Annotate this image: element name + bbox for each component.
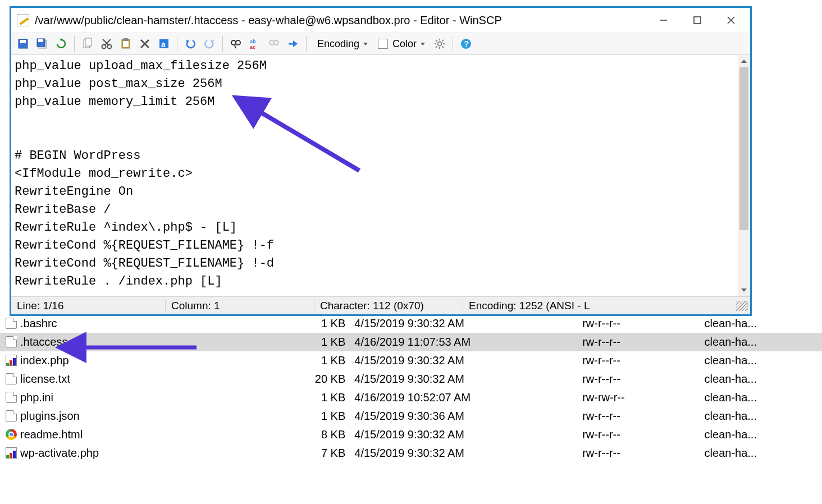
scroll-thumb[interactable] xyxy=(739,67,748,230)
file-icon xyxy=(6,373,17,384)
file-name: license.txt xyxy=(20,373,70,385)
editor-content: php_value upload_max_filesize 256M php_v… xyxy=(11,55,738,296)
file-name: plugins.json xyxy=(20,410,80,422)
file-icon xyxy=(6,410,17,421)
scroll-up-icon[interactable] xyxy=(738,55,750,67)
file-name: php.ini xyxy=(20,391,53,404)
copy-icon[interactable] xyxy=(79,35,96,52)
file-size: 20 KB xyxy=(277,370,350,388)
find-next-icon[interactable] xyxy=(266,35,282,52)
chevron-down-icon xyxy=(421,43,425,45)
table-row[interactable]: readme.html8 KB4/15/2019 9:30:32 AMrw-r-… xyxy=(0,425,822,444)
goto-icon[interactable] xyxy=(285,35,302,52)
svg-text:ac: ac xyxy=(250,44,255,50)
svg-line-25 xyxy=(235,45,236,48)
encoding-dropdown[interactable]: Encoding xyxy=(311,35,372,52)
file-date: 4/16/2019 11:07:53 AM xyxy=(350,333,578,351)
toolbar-separator xyxy=(177,36,177,52)
svg-rect-6 xyxy=(20,40,26,43)
svg-point-24 xyxy=(236,40,240,45)
file-date: 4/16/2019 10:52:07 AM xyxy=(350,388,578,407)
file-permissions: rw-r--r-- xyxy=(578,333,700,351)
svg-text:?: ? xyxy=(464,39,469,48)
save-all-icon[interactable] xyxy=(34,35,51,52)
toolbar: a abac Encoding Color ? xyxy=(11,33,750,55)
svg-point-23 xyxy=(231,40,236,45)
status-character: Character: 112 (0x70) xyxy=(314,300,463,312)
file-name: index.php xyxy=(20,354,69,366)
toolbar-separator xyxy=(222,36,223,52)
file-date: 4/15/2019 9:30:36 AM xyxy=(350,407,578,425)
svg-rect-2 xyxy=(694,17,701,24)
window-title: /var/www/public/clean-hamster/.htaccess … xyxy=(35,14,647,27)
file-name: wp-activate.php xyxy=(20,447,99,459)
scroll-down-icon[interactable] xyxy=(738,284,750,296)
file-permissions: rw-rw-r-- xyxy=(578,388,700,407)
redo-icon[interactable] xyxy=(201,35,218,52)
paste-icon[interactable] xyxy=(117,35,134,52)
table-row[interactable]: .bashrc1 KB4/15/2019 9:30:32 AMrw-r--r--… xyxy=(0,314,822,333)
file-icon xyxy=(6,429,17,440)
close-button[interactable] xyxy=(714,8,748,33)
svg-line-38 xyxy=(436,47,437,48)
file-icon xyxy=(6,318,17,329)
file-date: 4/15/2019 9:30:32 AM xyxy=(350,314,578,333)
svg-point-29 xyxy=(274,40,278,45)
file-owner: clean-ha... xyxy=(700,333,822,351)
file-permissions: rw-r--r-- xyxy=(578,351,700,370)
file-permissions: rw-r--r-- xyxy=(578,444,700,462)
editor-textarea[interactable]: php_value upload_max_filesize 256M php_v… xyxy=(11,55,750,296)
chevron-down-icon xyxy=(363,43,368,45)
file-icon xyxy=(6,392,17,403)
status-encoding: Encoding: 1252 (ANSI - L xyxy=(463,300,736,312)
maximize-button[interactable] xyxy=(681,8,714,33)
file-name: .htaccess xyxy=(20,336,67,348)
file-listing: .bashrc1 KB4/15/2019 9:30:32 AMrw-r--r--… xyxy=(0,314,822,462)
svg-rect-11 xyxy=(85,38,92,46)
table-row[interactable]: php.ini1 KB4/16/2019 10:52:07 AMrw-rw-r-… xyxy=(0,388,822,407)
titlebar: /var/www/public/clean-hamster/.htaccess … xyxy=(11,8,750,33)
delete-icon[interactable] xyxy=(136,35,153,52)
file-permissions: rw-r--r-- xyxy=(578,425,700,444)
svg-text:ab: ab xyxy=(250,39,256,44)
toolbar-separator xyxy=(74,36,75,52)
table-row[interactable]: .htaccess1 KB4/16/2019 11:07:53 AMrw-r--… xyxy=(0,333,822,351)
toolbar-separator xyxy=(453,36,453,52)
svg-rect-9 xyxy=(38,39,43,42)
vertical-scrollbar[interactable] xyxy=(738,55,750,296)
file-name: .bashrc xyxy=(20,317,57,329)
replace-icon[interactable]: abac xyxy=(246,35,263,52)
help-icon[interactable]: ? xyxy=(458,35,474,52)
file-size: 1 KB xyxy=(277,351,350,370)
svg-rect-18 xyxy=(123,41,129,47)
table-row[interactable]: wp-activate.php7 KB4/15/2019 9:30:32 AMr… xyxy=(0,444,822,462)
svg-line-36 xyxy=(442,47,444,48)
svg-line-37 xyxy=(442,40,444,42)
file-owner: clean-ha... xyxy=(700,351,822,370)
file-owner: clean-ha... xyxy=(700,314,822,333)
reload-icon[interactable] xyxy=(53,35,70,52)
editor-icon xyxy=(17,14,29,26)
select-all-icon[interactable]: a xyxy=(156,35,172,52)
status-column: Column: 1 xyxy=(166,300,314,312)
table-row[interactable]: index.php1 KB4/15/2019 9:30:32 AMrw-r--r… xyxy=(0,351,822,370)
file-icon xyxy=(6,355,17,366)
color-dropdown[interactable]: Color xyxy=(374,35,429,52)
file-date: 4/15/2019 9:30:32 AM xyxy=(350,444,578,462)
file-size: 8 KB xyxy=(277,425,350,444)
save-icon[interactable] xyxy=(15,35,31,52)
resize-grip[interactable] xyxy=(736,301,748,311)
file-permissions: rw-r--r-- xyxy=(578,370,700,388)
svg-line-35 xyxy=(436,40,437,42)
table-row[interactable]: license.txt20 KB4/15/2019 9:30:32 AMrw-r… xyxy=(0,370,822,388)
find-icon[interactable] xyxy=(227,35,244,52)
cut-icon[interactable] xyxy=(98,35,115,52)
undo-icon[interactable] xyxy=(182,35,199,52)
file-owner: clean-ha... xyxy=(700,425,822,444)
file-icon xyxy=(6,447,17,459)
table-row[interactable]: plugins.json1 KB4/15/2019 9:30:36 AMrw-r… xyxy=(0,407,822,425)
color-swatch xyxy=(378,39,388,49)
settings-icon[interactable] xyxy=(431,35,448,52)
minimize-button[interactable] xyxy=(647,8,681,33)
file-date: 4/15/2019 9:30:32 AM xyxy=(350,425,578,444)
